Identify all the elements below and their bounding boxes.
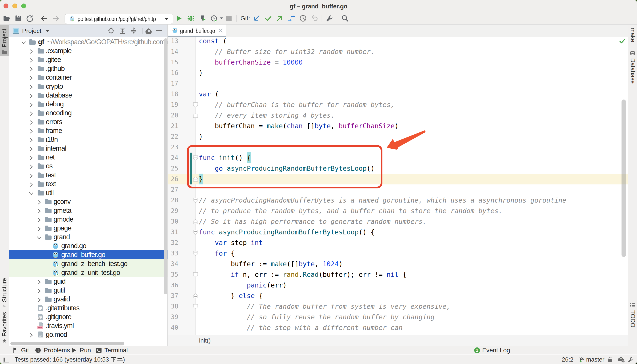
tree-row-grand.go[interactable]: grand.go (9, 241, 168, 250)
fold-start-icon[interactable] (193, 269, 198, 280)
tree-chevron-collapsed-icon[interactable] (28, 137, 35, 144)
tree-row-gf[interactable]: gf~/Workspace/Go/GOPATH/src/github.com/g… (9, 37, 168, 46)
toolwindow-toggle-icon[interactable] (3, 355, 9, 364)
tree-row-database[interactable]: database (9, 91, 168, 100)
tree-row-text[interactable]: text (9, 179, 168, 188)
tree-row-frame[interactable]: frame (9, 126, 168, 135)
tree-row-gconv[interactable]: gconv (9, 197, 168, 206)
tree-chevron-collapsed-icon[interactable] (28, 74, 35, 82)
sidebar-tab-favorites[interactable]: Favorites (0, 312, 9, 343)
tree-chevron-collapsed-icon[interactable] (28, 92, 35, 100)
breadcrumb-item[interactable]: init() (199, 337, 211, 344)
profiler-icon[interactable] (209, 12, 219, 24)
event-log-button[interactable]: 1 Event Log (474, 346, 510, 355)
fold-end-icon[interactable] (193, 174, 198, 184)
sidebar-tab-database[interactable]: Database (628, 51, 637, 93)
back-icon[interactable] (39, 12, 49, 24)
tree-row-grand_buffer.go[interactable]: grand_buffer.go (9, 250, 168, 259)
tree-row-guid[interactable]: guid (9, 277, 168, 286)
tree-row-.gitee[interactable]: .gitee (9, 55, 168, 64)
stop-icon[interactable] (224, 12, 234, 24)
gear-icon[interactable] (145, 24, 154, 37)
open-folder-icon[interactable] (2, 12, 12, 24)
search-icon[interactable] (340, 12, 350, 24)
tree-chevron-collapsed-icon[interactable] (28, 146, 35, 152)
forward-icon[interactable] (51, 12, 61, 24)
sidebar-tab-project[interactable]: Project (0, 25, 9, 56)
tree-chevron-collapsed-icon[interactable] (28, 48, 35, 55)
git-compare-icon[interactable] (286, 12, 296, 24)
save-icon[interactable] (14, 12, 23, 24)
tree-chevron-collapsed-icon[interactable] (28, 101, 35, 108)
tree-chevron-collapsed-icon[interactable] (28, 154, 35, 162)
toolwindow-button-run[interactable]: Run (71, 346, 91, 355)
toolwindow-button-git[interactable]: Git (12, 346, 29, 355)
profiler-chevron-icon[interactable] (218, 12, 224, 24)
tree-chevron-collapsed-icon[interactable] (28, 110, 35, 117)
collapse-all-icon[interactable] (130, 24, 140, 37)
rollback-icon[interactable] (310, 12, 320, 24)
unlock-icon[interactable] (607, 355, 613, 364)
tree-chevron-collapsed-icon[interactable] (36, 225, 43, 232)
git-commit-icon[interactable] (264, 12, 273, 24)
tree-row-gpage[interactable]: gpage (9, 224, 168, 232)
tree-chevron-collapsed-icon[interactable] (28, 66, 35, 73)
fold-end-icon[interactable] (193, 290, 198, 301)
tree-row-errors[interactable]: errors (9, 117, 168, 126)
tree-chevron-collapsed-icon[interactable] (28, 163, 35, 170)
tree-chevron-collapsed-icon[interactable] (28, 128, 35, 135)
sidebar-tab-todo[interactable]: TODO (628, 303, 637, 338)
run-configuration-select[interactable]: go test github.com/gogf/gf/net/ghttp (64, 14, 173, 24)
project-views-chevron-icon[interactable] (46, 30, 50, 32)
fold-start-icon[interactable] (193, 195, 198, 206)
tree-chevron-collapsed-icon[interactable] (28, 172, 35, 179)
fold-start-icon[interactable] (193, 152, 198, 163)
tree-row-gvalid[interactable]: gvalid (9, 294, 168, 304)
tree-row-internal[interactable]: internal (9, 144, 168, 152)
cloud-config-icon[interactable]: ? (617, 355, 625, 364)
fold-start-icon[interactable] (193, 248, 198, 259)
tree-chevron-collapsed-icon[interactable] (28, 181, 35, 188)
tree-row-debug[interactable]: debug (9, 100, 168, 108)
tree-chevron-collapsed-icon[interactable] (36, 296, 43, 304)
hide-icon[interactable] (156, 24, 165, 37)
tree-chevron-collapsed-icon[interactable] (28, 332, 35, 339)
toolwindow-button-problems[interactable]: Problems (35, 346, 70, 355)
history-icon[interactable] (298, 12, 308, 24)
git-branch-widget[interactable]: master (579, 355, 604, 364)
tree-row-gmode[interactable]: gmode (9, 215, 168, 224)
fold-start-icon[interactable] (193, 301, 198, 312)
tree-row-crypto[interactable]: crypto (9, 82, 168, 91)
tree-chevron-expanded-icon[interactable] (20, 39, 27, 46)
tree-chevron-collapsed-icon[interactable] (36, 288, 43, 294)
locate-icon[interactable] (108, 24, 117, 37)
inspections-ok-icon[interactable] (619, 38, 626, 44)
tree-row-go.mod[interactable]: go.mod (9, 330, 168, 339)
tree-chevron-expanded-icon[interactable] (36, 234, 43, 241)
tree-row-net[interactable]: net (9, 152, 168, 162)
fold-end-icon[interactable] (193, 110, 198, 121)
fold-start-icon[interactable] (193, 227, 198, 238)
tree-row-encoding[interactable]: encoding (9, 108, 168, 117)
tree-row-gutil[interactable]: gutil (9, 286, 168, 294)
tree-chevron-collapsed-icon[interactable] (28, 119, 35, 126)
tree-row-util[interactable]: util (9, 188, 168, 197)
wrench-icon[interactable] (325, 12, 335, 24)
sidebar-tab-make[interactable]: make (628, 28, 637, 50)
tree-row-test[interactable]: test (9, 170, 168, 179)
tree-row-.gitattributes[interactable]: .gitattributes (9, 304, 168, 312)
tree-row-i18n[interactable]: i18n (9, 135, 168, 144)
run-icon[interactable] (174, 12, 184, 24)
tree-row-.travis.yml[interactable]: .travis.yml (9, 321, 168, 330)
tree-row-gmeta[interactable]: gmeta (9, 206, 168, 215)
tree-row-grand_z_bench_test.go[interactable]: grand_z_bench_test.go (9, 259, 168, 268)
debug-icon[interactable] (186, 12, 196, 24)
tree-row-grand_z_unit_test.go[interactable]: grand_z_unit_test.go (9, 268, 168, 277)
tree-chevron-collapsed-icon[interactable] (36, 279, 43, 286)
tree-chevron-collapsed-icon[interactable] (36, 208, 43, 215)
close-tab-icon[interactable] (218, 28, 223, 33)
expand-all-icon[interactable] (119, 24, 128, 37)
tree-row-grand[interactable]: grand (9, 232, 168, 241)
tree-row-os[interactable]: os (9, 162, 168, 170)
status-message[interactable]: Tests passed: 166 (yesterday 10:53 ) (14, 355, 125, 364)
